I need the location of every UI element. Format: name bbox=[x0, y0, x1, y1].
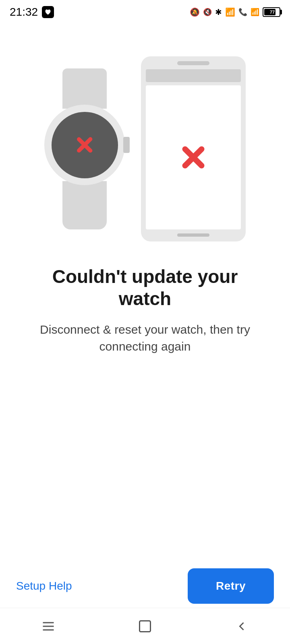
vibrate-off-icon: 🔇 bbox=[203, 8, 212, 17]
status-bar-right: 🔕 🔇 ✱ 📶 📞 📶 77 bbox=[190, 7, 280, 17]
signal-icon: 📶 bbox=[251, 8, 259, 17]
back-icon bbox=[234, 619, 249, 634]
retry-button[interactable]: Retry bbox=[188, 568, 274, 604]
phone-screen bbox=[146, 85, 241, 229]
svg-rect-3 bbox=[140, 621, 151, 632]
watch-crown bbox=[123, 137, 130, 153]
error-text-section: Couldn't update your watch Disconnect & … bbox=[0, 242, 290, 355]
error-subtitle: Disconnect & reset your watch, then try … bbox=[36, 321, 254, 355]
notifications-off-icon: 🔕 bbox=[190, 7, 200, 17]
phone-illustration bbox=[141, 56, 246, 242]
watch-illustration bbox=[44, 68, 125, 229]
phone-error-icon bbox=[177, 141, 209, 173]
watch-screen bbox=[52, 112, 118, 178]
phone-speaker bbox=[177, 61, 209, 65]
nav-back-button[interactable] bbox=[230, 614, 254, 638]
main-content: Couldn't update your watch Disconnect & … bbox=[0, 24, 290, 355]
nav-home-button[interactable] bbox=[133, 614, 157, 638]
watch-band-top bbox=[62, 68, 107, 109]
nav-bar bbox=[0, 608, 290, 644]
phone-home-indicator bbox=[177, 233, 209, 237]
setup-help-link[interactable]: Setup Help bbox=[16, 580, 72, 592]
status-time: 21:32 bbox=[10, 6, 38, 19]
health-app-icon bbox=[42, 6, 54, 18]
phone-body bbox=[141, 56, 246, 242]
status-bar-left: 21:32 bbox=[10, 6, 54, 19]
wifi-icon: 📶 bbox=[225, 7, 235, 17]
bottom-actions: Setup Help Retry bbox=[0, 568, 290, 604]
watch-band-bottom bbox=[62, 181, 107, 229]
bluetooth-icon: ✱ bbox=[215, 7, 222, 17]
battery-level: 77 bbox=[264, 10, 280, 14]
menu-icon bbox=[41, 619, 56, 634]
call-icon: 📞 bbox=[238, 8, 247, 17]
home-icon bbox=[138, 619, 152, 634]
watch-body bbox=[44, 105, 125, 185]
error-illustration bbox=[0, 56, 290, 242]
status-bar: 21:32 🔕 🔇 ✱ 📶 📞 📶 77 bbox=[0, 0, 290, 24]
nav-menu-button[interactable] bbox=[36, 614, 60, 638]
watch-error-icon bbox=[74, 134, 96, 156]
phone-header-bar bbox=[146, 69, 241, 82]
battery-indicator: 77 bbox=[263, 7, 280, 17]
error-title: Couldn't update your watch bbox=[24, 266, 266, 310]
